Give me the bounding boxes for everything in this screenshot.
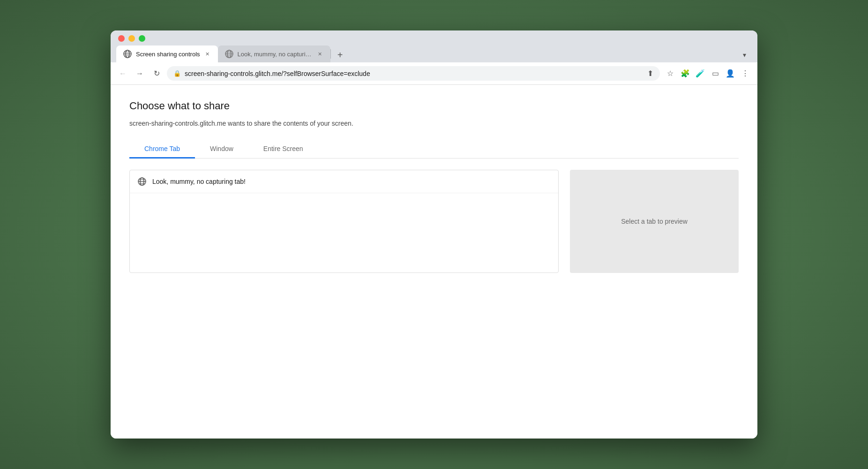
lock-icon: 🔒 (173, 70, 181, 77)
tab-1-title: Screen sharing controls (136, 51, 200, 58)
dialog-subtitle: screen-sharing-controls.glitch.me wants … (129, 120, 739, 127)
tab-separator (330, 49, 331, 59)
new-tab-button[interactable]: + (333, 47, 348, 62)
browser-window: Screen sharing controls ✕ Look, mummy, n… (111, 30, 757, 439)
forward-button[interactable]: → (133, 67, 146, 80)
url-display: screen-sharing-controls.glitch.me/?selfB… (185, 70, 644, 77)
preview-panel: Select a tab to preview (570, 170, 739, 273)
tab-2-favicon-icon (224, 49, 234, 59)
labs-button[interactable]: 🧪 (694, 67, 707, 80)
reload-icon: ↻ (154, 69, 160, 78)
preview-placeholder-text: Select a tab to preview (621, 218, 688, 225)
tabs-row: Screen sharing controls ✕ Look, mummy, n… (116, 45, 752, 62)
dialog-title: Choose what to share (129, 100, 739, 112)
menu-button[interactable]: ⋮ (739, 67, 752, 80)
reload-button[interactable]: ↻ (150, 67, 163, 80)
content-area: Look, mummy, no capturing tab! Select a … (129, 170, 739, 273)
tab-2-close-button[interactable]: ✕ (316, 50, 324, 58)
tab-2-title: Look, mummy, no capturing ta… (238, 51, 313, 58)
list-item-favicon-icon (137, 177, 147, 186)
profile-button[interactable]: 👤 (724, 67, 737, 80)
toolbar-icons: ☆ 🧩 🧪 ▭ 👤 ⋮ (664, 67, 752, 80)
share-tab-window[interactable]: Window (195, 140, 248, 159)
share-page-icon: ⬆ (647, 69, 653, 78)
traffic-lights (116, 35, 752, 42)
back-button[interactable]: ← (116, 67, 129, 80)
tab-list-button[interactable]: ▾ (737, 47, 752, 62)
bookmark-button[interactable]: ☆ (664, 67, 677, 80)
share-tab-entire-screen[interactable]: Entire Screen (248, 140, 318, 159)
title-bar: Screen sharing controls ✕ Look, mummy, n… (111, 30, 757, 62)
share-tab-chrome[interactable]: Chrome Tab (129, 140, 195, 159)
maximize-button[interactable] (139, 35, 145, 42)
page-content: Choose what to share screen-sharing-cont… (111, 85, 757, 439)
extensions-button[interactable]: 🧩 (679, 67, 692, 80)
sidebar-button[interactable]: ▭ (709, 67, 722, 80)
browser-tab-2[interactable]: Look, mummy, no capturing ta… ✕ (218, 45, 330, 62)
minimize-button[interactable] (128, 35, 135, 42)
list-item-title: Look, mummy, no capturing tab! (152, 178, 246, 185)
forward-icon: → (136, 69, 143, 78)
browser-tab-1[interactable]: Screen sharing controls ✕ (116, 45, 218, 62)
toolbar: ← → ↻ 🔒 screen-sharing-controls.glitch.m… (111, 62, 757, 85)
address-bar[interactable]: 🔒 screen-sharing-controls.glitch.me/?sel… (167, 66, 660, 81)
share-tabs: Chrome Tab Window Entire Screen (129, 140, 739, 159)
tab-1-favicon-icon (123, 49, 132, 59)
tab-list-panel: Look, mummy, no capturing tab! (129, 170, 559, 273)
tab-1-close-button[interactable]: ✕ (204, 50, 211, 58)
back-icon: ← (119, 69, 127, 78)
list-item[interactable]: Look, mummy, no capturing tab! (130, 170, 558, 193)
close-button[interactable] (118, 35, 125, 42)
